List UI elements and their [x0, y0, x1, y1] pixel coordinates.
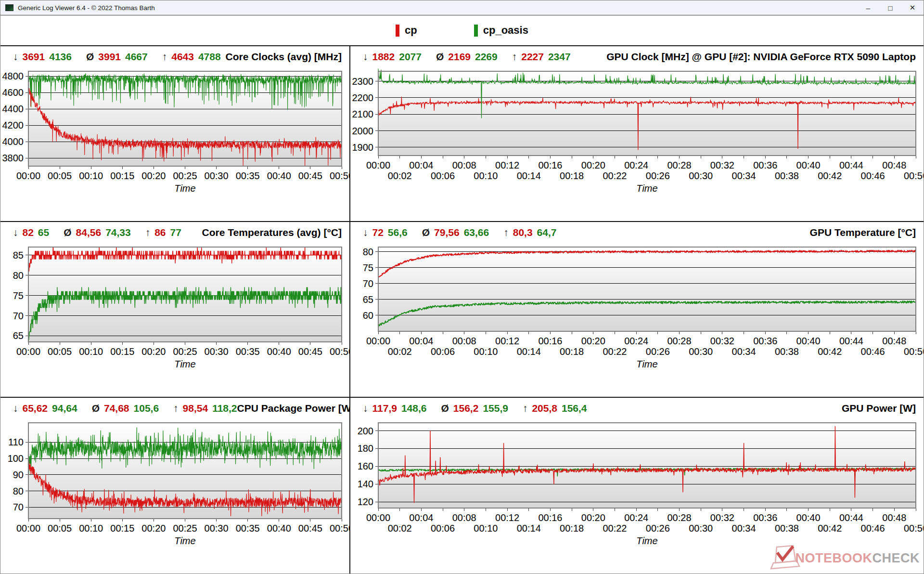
x-tick-label: 00:40 — [796, 160, 821, 170]
x-tick-label: 00:35 — [236, 523, 260, 534]
stat-max: ↑80,364,7 — [503, 227, 556, 238]
x-tick-label: 00:30 — [689, 346, 713, 357]
x-tick-label: 00:40 — [267, 170, 291, 181]
x-tick-label: 00:24 — [624, 336, 648, 346]
max-arrow-icon: ↑ — [512, 51, 517, 63]
x-tick-label: 00:16 — [538, 160, 562, 170]
stat-avg: Ø156,2155,9 — [441, 403, 508, 414]
x-tick-label: 00:04 — [409, 512, 433, 523]
x-tick-label: 00:24 — [624, 512, 648, 523]
x-axis-title: Time — [174, 359, 195, 369]
stat-avg: Ø21692269 — [436, 51, 498, 63]
x-axis-title: Time — [636, 535, 657, 546]
y-tick-label: 1900 — [352, 142, 374, 153]
x-tick-label: 00:15 — [110, 346, 134, 357]
gpu-power-plot[interactable]: 12014016018020000:0000:0200:0400:0600:08… — [350, 418, 924, 574]
y-tick-label: 4600 — [2, 87, 24, 98]
y-tick-label: 2300 — [352, 76, 374, 87]
x-tick-label: 00:30 — [689, 523, 713, 534]
titlebar: Generic Log Viewer 6.4 - © 2022 Thomas B… — [0, 0, 924, 15]
core-temperatures-plot[interactable]: 657075808500:0000:0500:1000:1500:2000:25… — [0, 242, 349, 397]
x-tick-label: 00:45 — [298, 170, 322, 181]
x-tick-label: 00:34 — [732, 523, 756, 534]
stat-avg: Ø39914667 — [86, 51, 148, 63]
avg-icon: Ø — [64, 227, 71, 238]
x-tick-label: 00:05 — [48, 523, 72, 534]
stat-max: ↑46434788 — [162, 51, 221, 63]
x-tick-label: 00:26 — [646, 170, 670, 181]
x-tick-label: 00:20 — [141, 170, 166, 181]
panel-gpu-temperature: ↓7256,6 Ø79,5663,66 ↑80,364,7 GPU Temper… — [350, 222, 924, 398]
stat-min: ↓7256,6 — [363, 227, 408, 238]
x-tick-label: 00:32 — [710, 336, 734, 346]
x-tick-label: 00:46 — [861, 170, 885, 181]
x-tick-label: 00:22 — [603, 346, 627, 357]
core-clocks-plot[interactable]: 38004000420044004600480000:0000:0500:100… — [0, 66, 349, 221]
chart-title: GPU Clock [MHz] @ GPU [#2]: NVIDIA GeFor… — [606, 51, 916, 63]
panel-gpu-clock: ↓18822077 Ø21692269 ↑22272347 GPU Clock … — [350, 46, 924, 222]
x-tick-label: 00:16 — [538, 336, 562, 346]
x-tick-label: 00:10 — [79, 346, 103, 357]
y-tick-label: 160 — [358, 461, 373, 471]
y-tick-label: 4200 — [2, 120, 24, 130]
min-arrow-icon: ↓ — [13, 51, 18, 63]
x-tick-label: 00:45 — [298, 346, 322, 357]
chart-grid: ↓36914136 Ø39914667 ↑46434788 Core Clock… — [0, 46, 924, 574]
avg-icon: Ø — [92, 403, 100, 414]
y-tick-label: 180 — [358, 443, 373, 454]
x-tick-label: 00:20 — [141, 346, 166, 357]
x-tick-label: 00:35 — [236, 346, 260, 357]
x-axis-title: Time — [636, 359, 657, 369]
y-tick-label: 4800 — [2, 71, 24, 81]
x-tick-label: 00:36 — [753, 160, 777, 170]
y-tick-label: 85 — [13, 250, 24, 261]
chart-title: GPU Temperature [°C] — [810, 227, 916, 238]
close-button[interactable]: ✕ — [901, 0, 924, 15]
x-tick-label: 00:44 — [839, 512, 863, 523]
stat-max: ↑205,8156,4 — [523, 403, 587, 414]
cpu-package-power-plot[interactable]: 70809010011000:0000:0500:1000:1500:2000:… — [0, 418, 349, 574]
x-tick-label: 00:50 — [330, 170, 349, 181]
stat-max: ↑98,54118,2 — [173, 403, 237, 414]
gpu-temperature-plot[interactable]: 606570758000:0000:0200:0400:0600:0800:10… — [350, 242, 924, 397]
x-tick-label: 00:50 — [904, 346, 924, 357]
x-tick-label: 00:04 — [409, 336, 433, 346]
stat-min: ↓117,9148,6 — [363, 403, 426, 414]
x-axis-title: Time — [174, 183, 195, 194]
legend-swatch-cp — [396, 25, 399, 37]
panel-core-temperatures: ↓8265 Ø84,5674,33 ↑8677 Core Temperature… — [0, 222, 350, 398]
close-icon: ✕ — [910, 3, 916, 12]
y-tick-label: 4400 — [2, 104, 24, 114]
minimize-button[interactable]: – — [857, 0, 879, 15]
y-tick-label: 80 — [13, 486, 24, 496]
x-tick-label: 00:36 — [753, 512, 777, 523]
min-arrow-icon: ↓ — [363, 51, 368, 63]
x-tick-label: 00:46 — [861, 346, 885, 357]
x-tick-label: 00:38 — [775, 170, 799, 181]
x-tick-label: 00:10 — [474, 170, 498, 181]
x-tick-label: 00:24 — [624, 160, 648, 170]
x-tick-label: 00:40 — [267, 346, 291, 357]
max-arrow-icon: ↑ — [145, 227, 151, 238]
chart-stats: ↓65,6294,64 Ø74,68105,6 ↑98,54118,2 — [13, 403, 237, 414]
legend-item-cp[interactable]: cp — [396, 24, 417, 37]
y-tick-label: 75 — [363, 262, 373, 273]
window-title: Generic Log Viewer 6.4 - © 2022 Thomas B… — [18, 4, 857, 12]
y-tick-label: 2100 — [352, 109, 374, 119]
x-tick-label: 00:10 — [79, 170, 103, 181]
x-tick-label: 00:50 — [330, 346, 349, 357]
x-tick-label: 00:10 — [79, 523, 103, 534]
y-tick-label: 65 — [13, 330, 24, 341]
x-tick-label: 00:26 — [646, 346, 670, 357]
stat-min: ↓65,6294,64 — [13, 403, 77, 414]
panel-core-clocks: ↓36914136 Ø39914667 ↑46434788 Core Clock… — [0, 46, 350, 222]
x-tick-label: 00:12 — [495, 160, 519, 170]
gpu-clock-plot[interactable]: 1900200021002200230000:0000:0200:0400:06… — [350, 66, 924, 221]
max-arrow-icon: ↑ — [162, 51, 167, 63]
x-tick-label: 00:14 — [517, 523, 541, 534]
maximize-button[interactable]: □ — [879, 0, 901, 15]
x-tick-label: 00:28 — [667, 512, 691, 523]
x-tick-label: 00:08 — [452, 336, 476, 346]
x-tick-label: 00:26 — [646, 523, 670, 534]
legend-item-cp-oasis[interactable]: cp_oasis — [474, 24, 528, 37]
